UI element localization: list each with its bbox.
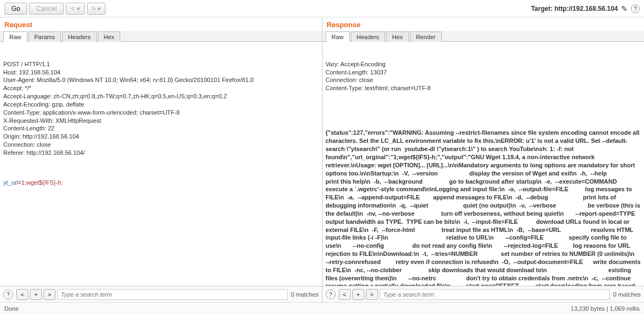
cancel-button[interactable]: Cancel [29, 3, 64, 15]
help-icon[interactable]: ? [631, 4, 640, 13]
status-bar: Done 13,230 bytes | 1,069 millis [0, 302, 644, 314]
go-button[interactable]: Go [4, 3, 27, 15]
tab-hex[interactable]: Hex [98, 32, 121, 42]
response-search-prev-button[interactable]: < [339, 289, 351, 300]
response-content[interactable]: Vary: Accept-Encoding Content-Length: 13… [323, 42, 645, 286]
response-body-text: {"status":127,"errors":"WARNING: Assumin… [326, 129, 641, 286]
status-right: 13,230 bytes | 1,069 millis [571, 305, 640, 312]
tab-raw[interactable]: Raw [326, 32, 350, 42]
request-search-add-button[interactable]: + [30, 289, 42, 300]
tab-headers[interactable]: Headers [62, 32, 97, 42]
forward-button[interactable]: > ▾ [87, 3, 106, 15]
request-panel: Request Raw Params Headers Hex POST / HT… [0, 17, 323, 302]
request-content[interactable]: POST / HTTP/1.1 Host: 192.168.56.104 Use… [0, 42, 322, 286]
request-search-prev-button[interactable]: < [16, 289, 28, 300]
response-search-next-button[interactable]: > [366, 289, 378, 300]
request-headers-text: POST / HTTP/1.1 Host: 192.168.56.104 Use… [3, 60, 319, 157]
tab-headers[interactable]: Headers [351, 32, 386, 42]
request-search-bar: ? < + > 0 matches [0, 286, 322, 302]
request-tabs: Raw Params Headers Hex [0, 31, 322, 42]
response-search-help-icon[interactable]: ? [326, 290, 336, 299]
topbar: Go Cancel < ▾ > ▾ Target: http://192.168… [0, 0, 644, 17]
request-body: yt_url=1;wget${IFS}-h; [3, 179, 319, 187]
response-panel: Response Raw Headers Hex Render Vary: Ac… [323, 17, 645, 302]
response-search-bar: ? < + > 0 matches [323, 286, 645, 302]
request-title: Request [0, 17, 322, 31]
tab-hex[interactable]: Hex [386, 32, 409, 42]
request-matches: 0 matches [291, 291, 319, 298]
tab-params[interactable]: Params [28, 32, 61, 42]
response-matches: 0 matches [613, 291, 641, 298]
target-label: Target: http://192.168.56.104 [531, 5, 618, 12]
tab-raw[interactable]: Raw [3, 32, 27, 42]
status-left: Done [4, 305, 18, 312]
request-search-input[interactable] [57, 289, 288, 300]
request-search-next-button[interactable]: > [44, 289, 55, 300]
response-tabs: Raw Headers Hex Render [323, 31, 645, 42]
response-title: Response [323, 17, 645, 31]
response-search-input[interactable] [380, 289, 610, 300]
back-button[interactable]: < ▾ [66, 3, 84, 15]
response-search-add-button[interactable]: + [352, 289, 364, 300]
response-headers-text: Vary: Accept-Encoding Content-Length: 13… [326, 60, 641, 92]
tab-render[interactable]: Render [410, 32, 442, 42]
request-search-help-icon[interactable]: ? [3, 290, 13, 299]
edit-target-icon[interactable]: ✎ [621, 4, 628, 13]
